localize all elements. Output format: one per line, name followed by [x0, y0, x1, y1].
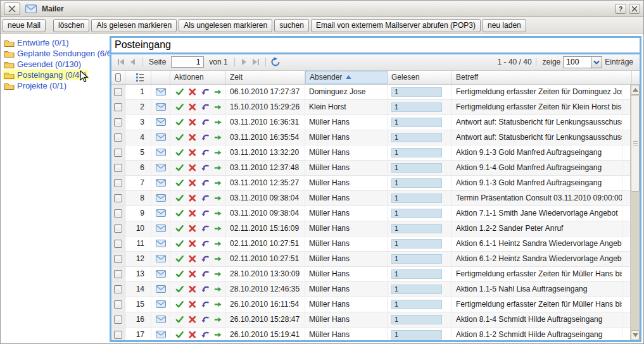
- mark-read-action-icon[interactable]: [175, 300, 184, 309]
- table-row[interactable]: 2 15.10.2010 15:29:26 Klein Horst 1 Fert…: [111, 100, 630, 115]
- table-row[interactable]: 1 06.10.2010 17:27:37 Dominguez Jose 1 F…: [111, 85, 630, 100]
- row-checkbox[interactable]: [114, 164, 122, 172]
- row-checkbox[interactable]: [114, 103, 122, 111]
- delete-action-icon[interactable]: [188, 254, 196, 263]
- table-row[interactable]: 13 28.10.2010 13:30:09 Müller Hans 1 Fer…: [111, 267, 630, 282]
- sidebar-item-geplante-sendungen[interactable]: Geplante Sendungen (6/6): [3, 48, 115, 59]
- forward-action-icon[interactable]: [213, 118, 222, 126]
- sidebar-item-projekte[interactable]: Projekte (0/1): [3, 80, 68, 91]
- table-row[interactable]: 11 02.11.2010 10:27:51 Müller Hans 1 Akt…: [111, 236, 630, 252]
- delete-action-icon[interactable]: [188, 133, 196, 142]
- scrollbar-thumb[interactable]: [631, 95, 640, 192]
- row-checkbox[interactable]: [114, 255, 122, 263]
- reply-action-icon[interactable]: [201, 133, 209, 142]
- mark-read-action-icon[interactable]: [175, 194, 184, 202]
- row-checkbox[interactable]: [114, 300, 122, 309]
- forward-action-icon[interactable]: [213, 224, 222, 233]
- reply-action-icon[interactable]: [201, 209, 209, 218]
- row-number-header[interactable]: [125, 71, 151, 84]
- mark-read-action-icon[interactable]: [175, 224, 184, 233]
- mark-read-action-icon[interactable]: [175, 102, 184, 111]
- delete-action-icon[interactable]: [188, 285, 196, 293]
- sidebar-item-gesendet[interactable]: Gesendet (0/130): [3, 59, 82, 70]
- sidebar-item-entwuerfe[interactable]: Entwürfe (0/1): [3, 37, 70, 48]
- fetch-pop3-button[interactable]: Email von externem Mailserver abrufen (P…: [311, 19, 481, 32]
- refresh-button[interactable]: [270, 56, 281, 68]
- mark-unread-button[interactable]: Als ungelesen markieren: [179, 19, 272, 32]
- row-checkbox[interactable]: [114, 149, 122, 157]
- forward-action-icon[interactable]: [213, 285, 222, 293]
- reply-action-icon[interactable]: [201, 254, 209, 263]
- reply-action-icon[interactable]: [201, 315, 209, 324]
- table-row[interactable]: 6 03.11.2010 12:37:48 Müller Hans 1 Akti…: [111, 161, 630, 176]
- table-row[interactable]: 12 02.11.2010 10:27:51 Müller Hans 1 Akt…: [111, 252, 630, 267]
- first-page-button[interactable]: [115, 56, 127, 68]
- scroll-up-button[interactable]: [631, 85, 640, 95]
- reply-action-icon[interactable]: [201, 163, 209, 172]
- scrollbar-track[interactable]: [631, 192, 640, 330]
- forward-action-icon[interactable]: [213, 102, 222, 111]
- delete-action-icon[interactable]: [188, 330, 196, 339]
- delete-action-icon[interactable]: [188, 163, 196, 172]
- mark-read-action-icon[interactable]: [175, 163, 184, 172]
- forward-action-icon[interactable]: [213, 254, 222, 263]
- forward-action-icon[interactable]: [213, 148, 222, 157]
- reply-action-icon[interactable]: [201, 194, 209, 202]
- column-header-aktionen[interactable]: Aktionen: [170, 71, 226, 84]
- page-size-input[interactable]: [563, 56, 591, 68]
- scroll-down-button[interactable]: [631, 330, 640, 340]
- page-size-dropdown-button[interactable]: [591, 56, 602, 68]
- reply-action-icon[interactable]: [201, 148, 209, 157]
- mark-read-action-icon[interactable]: [175, 178, 184, 187]
- row-checkbox[interactable]: [114, 194, 122, 202]
- column-header-zeit[interactable]: Zeit: [226, 71, 305, 84]
- help-button[interactable]: ?: [615, 4, 626, 14]
- mark-read-action-icon[interactable]: [175, 254, 184, 263]
- reply-action-icon[interactable]: [201, 300, 209, 309]
- table-row[interactable]: 5 03.11.2010 13:32:20 Müller Hans 1 Akti…: [111, 145, 630, 161]
- column-header-betreff[interactable]: Betreff: [452, 71, 632, 84]
- table-row[interactable]: 8 03.11.2010 09:38:04 Müller Hans 1 Term…: [111, 191, 630, 206]
- mark-read-action-icon[interactable]: [175, 118, 184, 126]
- table-row[interactable]: 16 26.10.2010 15:28:47 Müller Hans 1 Akt…: [111, 312, 630, 328]
- mark-read-action-icon[interactable]: [175, 315, 184, 324]
- reply-action-icon[interactable]: [201, 269, 209, 278]
- delete-action-icon[interactable]: [188, 209, 196, 218]
- mark-read-action-icon[interactable]: [175, 87, 184, 96]
- reply-action-icon[interactable]: [201, 239, 209, 248]
- delete-action-icon[interactable]: [188, 224, 196, 233]
- delete-action-icon[interactable]: [188, 239, 196, 248]
- close-button[interactable]: [629, 4, 640, 14]
- select-all-checkbox[interactable]: [115, 73, 121, 82]
- delete-button[interactable]: löschen: [53, 19, 89, 32]
- vertical-scrollbar[interactable]: [630, 85, 640, 340]
- reply-action-icon[interactable]: [201, 87, 209, 96]
- forward-action-icon[interactable]: [213, 315, 222, 324]
- mark-read-button[interactable]: Als gelesen markieren: [91, 19, 177, 32]
- row-checkbox[interactable]: [114, 179, 122, 187]
- mark-read-action-icon[interactable]: [175, 239, 184, 248]
- next-page-button[interactable]: [239, 56, 250, 68]
- table-row[interactable]: 15 26.10.2010 16:11:54 Müller Hans 1 Fer…: [111, 297, 630, 312]
- reply-action-icon[interactable]: [201, 118, 209, 126]
- row-checkbox[interactable]: [114, 118, 122, 126]
- forward-action-icon[interactable]: [213, 330, 222, 339]
- row-checkbox[interactable]: [114, 88, 122, 96]
- delete-action-icon[interactable]: [188, 194, 196, 202]
- titlebar-x-button[interactable]: [4, 3, 20, 15]
- reply-action-icon[interactable]: [201, 285, 209, 293]
- delete-action-icon[interactable]: [188, 118, 196, 126]
- forward-action-icon[interactable]: [213, 87, 222, 96]
- table-row[interactable]: 17 26.10.2010 15:19:41 Müller Hans 1 Akt…: [111, 328, 630, 340]
- sidebar-item-posteingang[interactable]: Posteingang (0/40): [3, 70, 88, 80]
- row-checkbox[interactable]: [114, 331, 122, 339]
- table-row[interactable]: 10 02.11.2010 15:16:09 Müller Hans 1 Akt…: [111, 221, 630, 236]
- reload-button[interactable]: neu laden: [483, 19, 526, 32]
- row-checkbox[interactable]: [114, 270, 122, 278]
- delete-action-icon[interactable]: [188, 269, 196, 278]
- table-row[interactable]: 4 03.11.2010 16:35:54 Müller Hans 1 Antw…: [111, 130, 630, 145]
- delete-action-icon[interactable]: [188, 87, 196, 96]
- delete-action-icon[interactable]: [188, 148, 196, 157]
- forward-action-icon[interactable]: [213, 178, 222, 187]
- row-checkbox[interactable]: [114, 224, 122, 233]
